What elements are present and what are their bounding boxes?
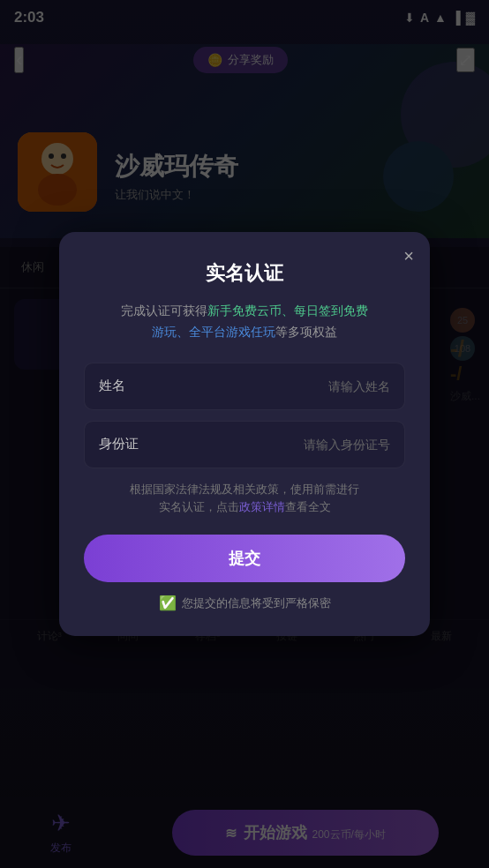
highlight-play: 游玩、全平台游戏任玩 [152, 325, 275, 339]
desc-prefix: 完成认证可获得 [121, 303, 207, 318]
name-label: 姓名 [99, 378, 152, 394]
modal-description: 完成认证可获得新手免费云币、每日签到免费 游玩、全平台游戏任玩等多项权益 [84, 301, 405, 343]
submit-button[interactable]: 提交 [84, 535, 405, 582]
id-input[interactable] [152, 438, 390, 452]
id-input-group: 身份证 [84, 421, 405, 468]
highlight-daily: 每日签到免费 [294, 303, 368, 318]
id-label: 身份证 [99, 436, 152, 453]
highlight-new-user: 新手免费云币、 [207, 303, 294, 318]
desc-suffix: 等多项权益 [275, 325, 337, 339]
security-text: 您提交的信息将受到严格保密 [182, 595, 331, 611]
shield-check-icon: ✅ [159, 595, 177, 611]
modal-title: 实名认证 [84, 260, 405, 287]
privacy-link[interactable]: 政策详情 [239, 500, 285, 513]
real-name-modal: × 实名认证 完成认证可获得新手免费云币、每日签到免费 游玩、全平台游戏任玩等多… [59, 232, 430, 636]
name-input[interactable] [152, 379, 390, 393]
security-note: ✅ 您提交的信息将受到严格保密 [84, 595, 405, 611]
modal-close-button[interactable]: × [403, 246, 414, 266]
name-input-group: 姓名 [84, 363, 405, 410]
privacy-note: 根据国家法律法规及相关政策，使用前需进行 实名认证，点击政策详情查看全文 [84, 481, 405, 518]
